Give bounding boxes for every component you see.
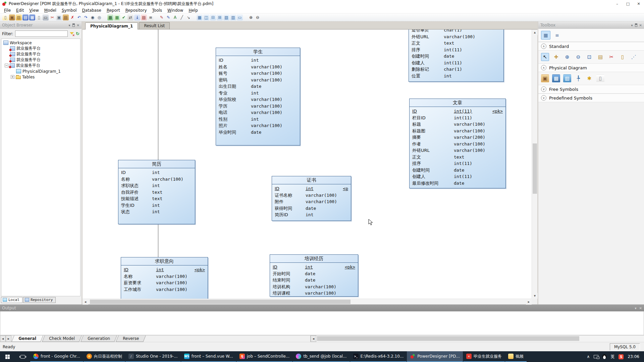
delete-tool-icon[interactable]: ✂ bbox=[607, 53, 615, 61]
expand-expander[interactable]: + bbox=[11, 75, 14, 79]
page-setup-icon[interactable]: ▯ bbox=[36, 14, 42, 20]
new-model-icon[interactable]: ▩ bbox=[107, 14, 113, 20]
panel-menu-icon[interactable]: ▾ bbox=[635, 306, 637, 310]
section-physical-diagram[interactable]: ∧ Physical Diagram bbox=[538, 63, 644, 72]
pencil-icon[interactable]: ✎ bbox=[165, 14, 171, 20]
entity-table-training[interactable]: 培训经历 ID int <pk> 开始时间 bbox=[270, 254, 358, 297]
note-tool-icon[interactable]: ▯ bbox=[619, 53, 627, 61]
pointer-tool-icon[interactable]: ↖ bbox=[541, 53, 549, 61]
cut-icon[interactable]: ✂ bbox=[49, 14, 55, 20]
menu-item[interactable]: Edit bbox=[13, 8, 26, 13]
paste-icon[interactable]: ▤ bbox=[63, 14, 69, 20]
Reverse[interactable]: Reverse bbox=[116, 336, 146, 342]
tray-expand-icon[interactable]: ∧ bbox=[587, 354, 590, 359]
tree-item-physicaldiagram[interactable]: PhysicalDiagram_1 bbox=[2, 68, 80, 74]
object-list-icon[interactable]: ≡ bbox=[148, 14, 154, 20]
report-icon[interactable]: ▤ bbox=[141, 14, 147, 20]
list-view-toggle[interactable]: ≡ bbox=[552, 31, 562, 40]
maximize-button[interactable]: □ bbox=[623, 0, 633, 7]
taskbar-button[interactable]: >_ E:\Redis-x64-3.2.10... bbox=[350, 351, 407, 362]
tree-item-model[interactable]: 就业服务平台 bbox=[2, 51, 80, 57]
General[interactable]: General bbox=[11, 336, 43, 342]
scroll-right-arrow[interactable]: ▶ bbox=[526, 299, 532, 305]
tree-item-model[interactable]: 就业服务平台 bbox=[2, 46, 80, 51]
zoom-in-icon[interactable]: ⊕ bbox=[248, 14, 254, 20]
entity-table-certificate[interactable]: 证书 ID int <p 证书名称 bbox=[272, 176, 351, 221]
tab-result-list[interactable]: Result List bbox=[139, 22, 170, 29]
generate-database-icon[interactable]: ▦ bbox=[114, 14, 120, 20]
section-predefined-symbols[interactable]: ∨ Predefined Symbols bbox=[538, 94, 644, 102]
section-free-symbols[interactable]: ∨ Free Symbols bbox=[538, 85, 644, 94]
task-view-button[interactable] bbox=[15, 351, 30, 362]
panel-close-icon[interactable]: ✕ bbox=[639, 306, 642, 310]
taskbar-button[interactable]: 视频 bbox=[505, 351, 527, 362]
tab-scroll-left[interactable]: ◀ bbox=[0, 336, 6, 342]
redo-icon[interactable]: ↷ bbox=[83, 14, 89, 20]
window-split-icon[interactable]: ◫ bbox=[203, 14, 209, 20]
scroll-left-arrow[interactable]: ◀ bbox=[311, 336, 316, 342]
scroll-thumb[interactable] bbox=[90, 300, 351, 304]
reference-tool-icon[interactable]: ╄ bbox=[574, 74, 582, 82]
taskbar-button[interactable]: ♪ Studio One - 2019-... bbox=[125, 351, 181, 362]
check-model-icon[interactable]: ✔ bbox=[121, 14, 127, 20]
taskbar-button[interactable]: IJ job – SendControlle... bbox=[236, 351, 293, 362]
line-icon[interactable]: ╱ bbox=[179, 14, 185, 20]
undo-icon[interactable]: ↶ bbox=[76, 14, 82, 20]
frame-icon[interactable]: ▭ bbox=[237, 14, 243, 20]
scroll-up-arrow[interactable]: ▲ bbox=[532, 29, 538, 35]
tab-repository[interactable]: Repository bbox=[23, 297, 56, 303]
taskbar-button[interactable]: tb_send @job (local... bbox=[293, 351, 350, 362]
package-tool-icon[interactable]: ▣ bbox=[541, 74, 549, 82]
filter-input[interactable] bbox=[15, 31, 68, 37]
panel-close-icon[interactable]: ✕ bbox=[639, 23, 642, 27]
canvas-horizontal-scrollbar[interactable]: ◀ ▶ bbox=[83, 299, 532, 304]
tree-item-model-expanded[interactable]: − 就业服务平台 bbox=[2, 63, 80, 68]
tree-item-workspace[interactable]: Workspace bbox=[2, 40, 80, 46]
open-model-icon[interactable]: ▨ bbox=[16, 14, 22, 20]
pin-icon[interactable] bbox=[635, 23, 637, 27]
tab-scroll-right[interactable]: ▶ bbox=[6, 336, 11, 342]
scroll-thumb[interactable] bbox=[317, 336, 579, 341]
menu-item[interactable]: Database bbox=[79, 8, 104, 13]
table-tool-icon[interactable]: ▦ bbox=[552, 74, 560, 82]
menu-item[interactable]: Model bbox=[42, 8, 59, 13]
arrow-icon[interactable]: ↘ bbox=[185, 14, 192, 20]
collapse-expander[interactable]: − bbox=[5, 64, 8, 67]
find-next-icon[interactable]: ◎ bbox=[96, 14, 102, 20]
entity-table-job-intention[interactable]: 求职意向 ID int <pk> 名称 bbox=[121, 257, 208, 299]
tab-physicaldiagram-1[interactable]: PhysicalDiagram_1 bbox=[85, 22, 138, 29]
collapse-pane-icon[interactable]: ⊟ bbox=[210, 14, 216, 20]
taskbar-button[interactable]: ✕ 毕业生就业服务 bbox=[463, 351, 505, 362]
tile-icon[interactable]: ▥ bbox=[230, 14, 236, 20]
properties-tool-icon[interactable]: ▤ bbox=[596, 53, 604, 61]
merge-model-icon[interactable]: ⇄ bbox=[127, 14, 133, 20]
tree-item-model[interactable]: 就业服务平台 bbox=[2, 57, 80, 63]
procedure-tool-icon[interactable]: ✱ bbox=[585, 74, 593, 82]
entity-table-article[interactable]: 文章 ID int(11) <pk> 栏目 bbox=[409, 99, 506, 188]
tab-local[interactable]: Local bbox=[1, 297, 22, 303]
extract-icon[interactable]: ↓ bbox=[134, 14, 140, 20]
grabber-tool-icon[interactable]: ✚ bbox=[552, 53, 560, 61]
minimize-button[interactable]: – bbox=[612, 0, 623, 7]
save-all-icon[interactable]: ▦ bbox=[29, 14, 35, 20]
link-tool-icon[interactable]: ⋰ bbox=[630, 53, 638, 61]
panel-menu-icon[interactable]: ▾ bbox=[69, 23, 70, 27]
start-button[interactable] bbox=[0, 351, 15, 362]
menu-item[interactable]: Window bbox=[165, 8, 186, 13]
input-language-indicator[interactable]: 英 bbox=[610, 354, 614, 360]
refresh-icon[interactable]: ↻ bbox=[76, 31, 79, 36]
taskbar-button[interactable]: WS front – Send.vue W... bbox=[181, 351, 236, 362]
grid-view-toggle[interactable]: ▦ bbox=[541, 31, 550, 40]
copy-icon[interactable]: ▣ bbox=[56, 14, 62, 20]
save-icon[interactable]: ▤ bbox=[22, 14, 29, 20]
file-tool-icon[interactable]: ▯ bbox=[596, 74, 604, 82]
zoom-area-tool-icon[interactable]: ⊡ bbox=[585, 53, 593, 61]
new-icon[interactable]: ▯ bbox=[2, 14, 8, 20]
qq-penguin-icon[interactable] bbox=[602, 354, 606, 359]
output-content[interactable] bbox=[0, 311, 644, 335]
taskbar-button[interactable]: 向日葵远程控制 bbox=[84, 351, 125, 362]
delete-icon[interactable]: ✗ bbox=[69, 14, 75, 20]
expand-pane-icon[interactable]: ⊞ bbox=[217, 14, 223, 20]
open-workspace-icon[interactable]: ▣ bbox=[9, 14, 15, 20]
menu-item[interactable]: Tools bbox=[150, 8, 165, 13]
